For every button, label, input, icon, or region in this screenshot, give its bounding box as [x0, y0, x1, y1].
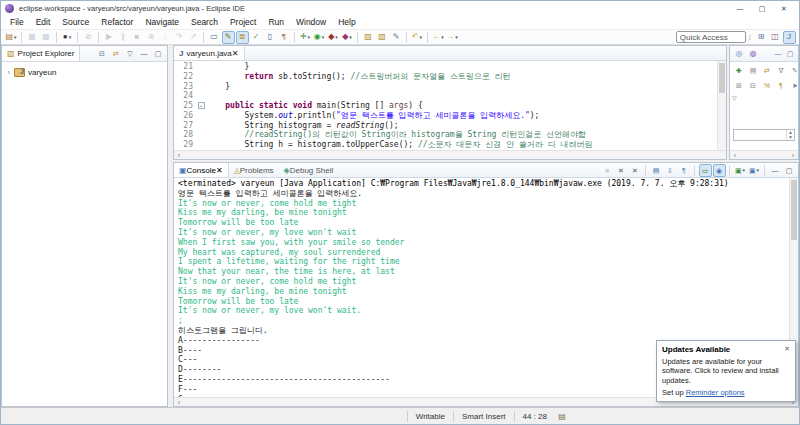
- tab-debug-shell[interactable]: ◈Debug Shell: [279, 163, 339, 177]
- task-marker-icon[interactable]: ✓: [250, 31, 263, 44]
- forward-icon[interactable]: →▾: [446, 31, 459, 44]
- mark-occurrences-icon[interactable]: ✎: [222, 31, 235, 44]
- breadcrumb-toggle-icon[interactable]: ≣: [236, 31, 249, 44]
- popup-body[interactable]: Updates are available for your software.…: [662, 357, 790, 386]
- minimize-window-button[interactable]: —: [729, 2, 751, 15]
- open-type-icon[interactable]: ▨: [362, 31, 375, 44]
- task-search-input[interactable]: ▲▼: [733, 129, 795, 141]
- maximize-icon[interactable]: ▢: [783, 164, 796, 177]
- minimize-icon[interactable]: —: [138, 47, 151, 60]
- dropdown-arrow-icon[interactable]: ▾: [349, 34, 352, 40]
- scroll-left-icon[interactable]: ‹: [730, 152, 740, 159]
- link-with-editor-icon[interactable]: ⇄: [110, 47, 123, 60]
- dropdown-arrow-icon[interactable]: ▾: [441, 34, 444, 40]
- run-icon[interactable]: ◉▾: [313, 31, 326, 44]
- show-selected-console-icon[interactable]: ▭: [699, 164, 712, 177]
- dropdown-arrow-icon[interactable]: ▾: [69, 34, 72, 40]
- java-perspective-icon[interactable]: J: [783, 31, 796, 44]
- menu-search[interactable]: Search: [185, 16, 224, 29]
- last-edit-location-icon[interactable]: ↶▾: [411, 31, 424, 44]
- tree-item-varyeun[interactable]: ›varyeun: [4, 66, 165, 78]
- close-tab-icon[interactable]: ✕: [232, 49, 239, 58]
- expand-arrow-icon[interactable]: ›: [4, 69, 14, 76]
- minimize-icon[interactable]: —: [772, 48, 784, 60]
- open-resource-icon[interactable]: ▧: [376, 31, 389, 44]
- tab-console[interactable]: ▣Console✕: [174, 163, 229, 177]
- dropdown-arrow-icon[interactable]: ▾: [420, 34, 423, 40]
- pencil-icon[interactable]: ✎: [789, 64, 800, 77]
- open-console-icon[interactable]: ▣▾: [748, 164, 761, 177]
- status-tip-icon[interactable]: ▤: [555, 412, 569, 421]
- categorize-icon[interactable]: ▤: [747, 64, 760, 77]
- spinner-icons[interactable]: ▲▼: [786, 130, 794, 140]
- reminder-options-link[interactable]: Reminder options: [686, 388, 745, 397]
- dropdown-arrow-icon[interactable]: ▾: [455, 34, 458, 40]
- quick-access-input[interactable]: Quick Access: [676, 31, 746, 43]
- menu-project[interactable]: Project: [224, 16, 262, 29]
- go-into-icon[interactable]: ➤: [789, 79, 800, 92]
- tab-problems[interactable]: ◬Problems: [229, 163, 279, 177]
- coverage-icon[interactable]: ◆▾: [327, 31, 340, 44]
- menu-file[interactable]: File: [4, 16, 30, 29]
- scroll-lock-icon[interactable]: ⇩: [664, 164, 677, 177]
- word-wrap-icon[interactable]: ¶: [678, 164, 691, 177]
- console-view-icon[interactable]: ▭: [208, 31, 221, 44]
- annotation-icon[interactable]: ¶: [278, 31, 291, 44]
- maximize-icon[interactable]: ▢: [784, 48, 796, 60]
- dropdown-arrow-icon[interactable]: ▾: [743, 167, 746, 173]
- tab-connector-tab[interactable]: ◍: [747, 47, 760, 60]
- dropdown-arrow-icon[interactable]: ▾: [757, 167, 760, 173]
- launch-config-icon[interactable]: ●▾: [61, 31, 74, 44]
- menu-run[interactable]: Run: [262, 16, 290, 29]
- menu-help[interactable]: Help: [332, 16, 361, 29]
- debug-icon[interactable]: ✛▾: [299, 31, 312, 44]
- scroll-left-icon[interactable]: ‹: [174, 152, 184, 159]
- minimize-icon[interactable]: —: [769, 164, 782, 177]
- remove-launch-icon[interactable]: ✕: [615, 164, 628, 177]
- menu-navigate[interactable]: Navigate: [139, 16, 185, 29]
- display-console-icon[interactable]: ▣▾: [734, 164, 747, 177]
- scroll-left-icon[interactable]: ‹: [174, 399, 184, 406]
- percent-icon[interactable]: %: [761, 79, 774, 92]
- dropdown-arrow-icon[interactable]: ▾: [14, 34, 17, 40]
- menu-window[interactable]: Window: [290, 16, 332, 29]
- dropdown-arrow-icon[interactable]: ▾: [335, 34, 338, 40]
- close-tab-icon[interactable]: ✕: [216, 166, 223, 175]
- new-task-icon[interactable]: ✚: [733, 64, 746, 77]
- remove-all-launches-icon[interactable]: ✕: [629, 164, 642, 177]
- fold-collapse-icon[interactable]: −: [196, 101, 206, 111]
- group-icon[interactable]: ⊞: [733, 79, 746, 92]
- maximize-window-button[interactable]: ▢: [751, 2, 773, 15]
- open-perspective-icon[interactable]: ⊞: [755, 31, 768, 44]
- view-menu-icon[interactable]: ▽: [124, 47, 137, 60]
- collapse-icon[interactable]: ⊟: [747, 79, 760, 92]
- menu-refactor[interactable]: Refactor: [95, 16, 139, 29]
- editor-vertical-scrollbar[interactable]: [717, 61, 726, 150]
- dropdown-arrow-icon[interactable]: ▾: [308, 34, 311, 40]
- scroll-right-icon[interactable]: ›: [788, 152, 798, 159]
- tab-varyeun-java[interactable]: J varyeun.java ✕: [174, 46, 245, 60]
- editor-horizontal-scrollbar[interactable]: ‹: [174, 150, 726, 159]
- resource-perspective-icon[interactable]: ◫: [769, 31, 782, 44]
- search-icon[interactable]: ✎: [390, 31, 403, 44]
- tab-task-list-tab[interactable]: ◎: [733, 47, 746, 60]
- popup-close-icon[interactable]: ✕: [784, 345, 790, 353]
- collapse-all-icon[interactable]: ⊟: [96, 47, 109, 60]
- menu-edit[interactable]: Edit: [30, 16, 57, 29]
- new-wizard-icon[interactable]: ▤▾: [5, 31, 18, 44]
- close-window-button[interactable]: ✕: [773, 2, 795, 15]
- back-icon[interactable]: ←▾: [432, 31, 445, 44]
- task-horizontal-scrollbar[interactable]: ‹ ›: [730, 150, 798, 159]
- view-menu-icon[interactable]: ▽: [732, 94, 796, 101]
- pin-console-icon[interactable]: ◉: [713, 164, 726, 177]
- filter-icon[interactable]: ∇: [775, 64, 788, 77]
- dropdown-arrow-icon[interactable]: ▾: [322, 34, 325, 40]
- menu-source[interactable]: Source: [56, 16, 95, 29]
- maximize-icon[interactable]: ▢: [152, 47, 165, 60]
- sync-icon[interactable]: ⇄: [761, 64, 774, 77]
- external-tools-icon[interactable]: ◆▾: [341, 31, 354, 44]
- tab-project-explorer[interactable]: ▧ Project Explorer: [2, 46, 80, 61]
- code-editor[interactable]: 21 }22 return sb.toString(); //스트링버퍼의 문자…: [174, 61, 717, 150]
- clear-console-icon[interactable]: ▤: [650, 164, 663, 177]
- bookmark-icon[interactable]: ▯: [264, 31, 277, 44]
